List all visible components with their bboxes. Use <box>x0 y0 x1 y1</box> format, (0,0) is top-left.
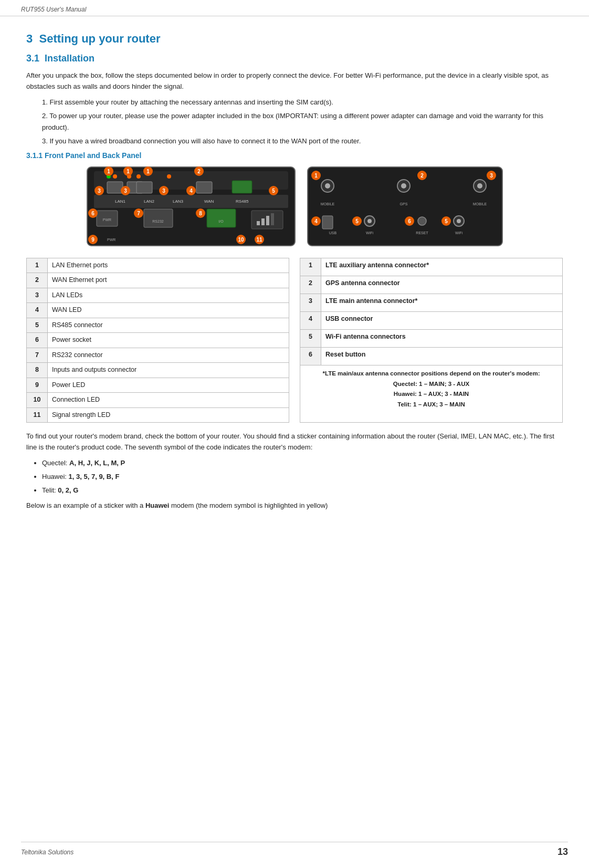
panels-container: LAN1 LAN2 LAN3 WAN RS485 <box>26 166 563 247</box>
row-number: 6 <box>300 348 321 365</box>
svg-text:WAN: WAN <box>204 199 214 204</box>
svg-point-77 <box>457 219 461 223</box>
svg-point-73 <box>477 183 482 189</box>
svg-text:3: 3 <box>162 188 165 194</box>
table-note: *LTE main/aux antenna connector position… <box>300 365 563 423</box>
svg-text:RESET: RESET <box>416 231 428 235</box>
bottom-bullets: Quectel: A, H, J, K, L, M, P Huawei: 1, … <box>42 457 563 496</box>
tables-container: 1LAN Ethernet ports2WAN Ethernet port3LA… <box>26 258 563 423</box>
row-label: WAN Ethernet port <box>48 273 289 288</box>
svg-rect-11 <box>196 182 212 193</box>
svg-text:4: 4 <box>314 218 318 224</box>
bullet-quectel: Quectel: A, H, J, K, L, M, P <box>42 457 563 469</box>
svg-point-16 <box>136 174 141 179</box>
svg-point-17 <box>167 174 171 179</box>
svg-text:RS232: RS232 <box>152 219 164 223</box>
back-panel-image: MOBILE GPS MOBILE WiFi WiFi RESET USB <box>307 166 503 247</box>
row-label: LAN LEDs <box>48 288 289 303</box>
svg-text:9: 9 <box>91 237 94 243</box>
table-row: 7RS232 connector <box>27 348 289 363</box>
svg-rect-8 <box>107 182 123 193</box>
row-number: 5 <box>27 318 48 333</box>
table-row: 10Connection LED <box>27 393 289 408</box>
row-label: GPS antenna connector <box>321 276 563 294</box>
svg-text:3: 3 <box>124 188 127 194</box>
main-content: 3 Setting up your router 3.1 Installatio… <box>0 16 589 558</box>
svg-text:MOBILE: MOBILE <box>472 202 487 206</box>
svg-text:7: 7 <box>137 211 140 216</box>
row-number: 8 <box>27 363 48 378</box>
front-panel-table: 1LAN Ethernet ports2WAN Ethernet port3LA… <box>26 258 289 423</box>
row-number: 11 <box>27 407 48 423</box>
svg-rect-38 <box>144 209 173 227</box>
footer-company: Teltonika Solutions <box>21 849 73 856</box>
svg-text:6: 6 <box>408 218 411 224</box>
table-row: 5Wi-Fi antenna connectors <box>300 330 563 348</box>
table-row: 6Reset button <box>300 348 563 365</box>
page-footer: Teltonika Solutions 13 <box>21 842 568 857</box>
svg-text:3: 3 <box>490 173 493 179</box>
row-number: 4 <box>300 312 321 330</box>
svg-text:GPS: GPS <box>399 202 407 206</box>
intro-para1: After you unpack the box, follow the ste… <box>26 70 563 92</box>
svg-text:5: 5 <box>445 218 448 224</box>
bottom-para2: Below is an example of a sticker with a … <box>26 500 563 511</box>
row-label: USB connector <box>321 312 563 330</box>
subsection-title: 3.1 Installation <box>26 53 563 64</box>
svg-point-71 <box>401 183 406 189</box>
row-label: Signal strength LED <box>48 407 289 423</box>
svg-rect-43 <box>257 221 260 225</box>
row-number: 3 <box>27 288 48 303</box>
svg-rect-60 <box>308 167 502 246</box>
row-number: 6 <box>27 333 48 348</box>
footer-page-number: 13 <box>558 846 568 857</box>
svg-text:PWR: PWR <box>102 218 111 222</box>
bullet-huawei: Huawei: 1, 3, 5, 7, 9, B, F <box>42 471 563 483</box>
row-label: LTE auxiliary antenna connector* <box>321 258 563 276</box>
row-number: 5 <box>300 330 321 348</box>
intro-step3: 3. If you have a wired broadband connect… <box>42 135 563 147</box>
svg-rect-10 <box>136 182 152 193</box>
table-row: 1LAN Ethernet ports <box>27 258 289 273</box>
table-row: 2WAN Ethernet port <box>27 273 289 288</box>
table-row: 6Power socket <box>27 333 289 348</box>
svg-rect-46 <box>271 213 274 225</box>
svg-text:8: 8 <box>199 211 202 216</box>
svg-text:3: 3 <box>98 188 101 194</box>
row-number: 1 <box>27 258 48 273</box>
table-row: 4USB connector <box>300 312 563 330</box>
table-row: 5RS485 connector <box>27 318 289 333</box>
row-label: RS485 connector <box>48 318 289 333</box>
svg-rect-12 <box>232 181 252 193</box>
row-label: Power socket <box>48 333 289 348</box>
svg-point-69 <box>325 183 330 189</box>
svg-rect-79 <box>322 216 333 229</box>
svg-rect-44 <box>261 218 265 225</box>
back-panel-table: 1LTE auxiliary antenna connector*2GPS an… <box>300 258 563 423</box>
row-label: Wi-Fi antenna connectors <box>321 330 563 348</box>
svg-point-14 <box>113 174 117 179</box>
table-row: 11Signal strength LED <box>27 407 289 423</box>
front-panel-svg: LAN1 LAN2 LAN3 WAN RS485 <box>86 166 296 247</box>
svg-point-78 <box>418 217 426 225</box>
row-label: LTE main antenna connector* <box>321 294 563 312</box>
row-number: 7 <box>27 348 48 363</box>
row-label: Power LED <box>48 378 289 393</box>
svg-text:1: 1 <box>127 169 130 174</box>
row-label: Connection LED <box>48 393 289 408</box>
svg-text:PWR: PWR <box>107 238 115 242</box>
row-number: 2 <box>27 273 48 288</box>
table-row: 3LTE main antenna connector* <box>300 294 563 312</box>
intro-steps: 1. First assemble your router by attachi… <box>42 97 563 147</box>
svg-text:RS485: RS485 <box>236 199 249 204</box>
svg-text:I/O: I/O <box>218 219 224 223</box>
svg-rect-45 <box>266 216 269 225</box>
row-label: RS232 connector <box>48 348 289 363</box>
svg-text:1: 1 <box>146 169 150 174</box>
table-row: 8Inputs and outputs connector <box>27 363 289 378</box>
svg-text:WiFi: WiFi <box>455 231 462 235</box>
svg-text:LAN1: LAN1 <box>115 199 126 204</box>
svg-text:5: 5 <box>355 218 359 224</box>
intro-step1: 1. First assemble your router by attachi… <box>42 97 563 108</box>
svg-rect-40 <box>207 209 236 227</box>
